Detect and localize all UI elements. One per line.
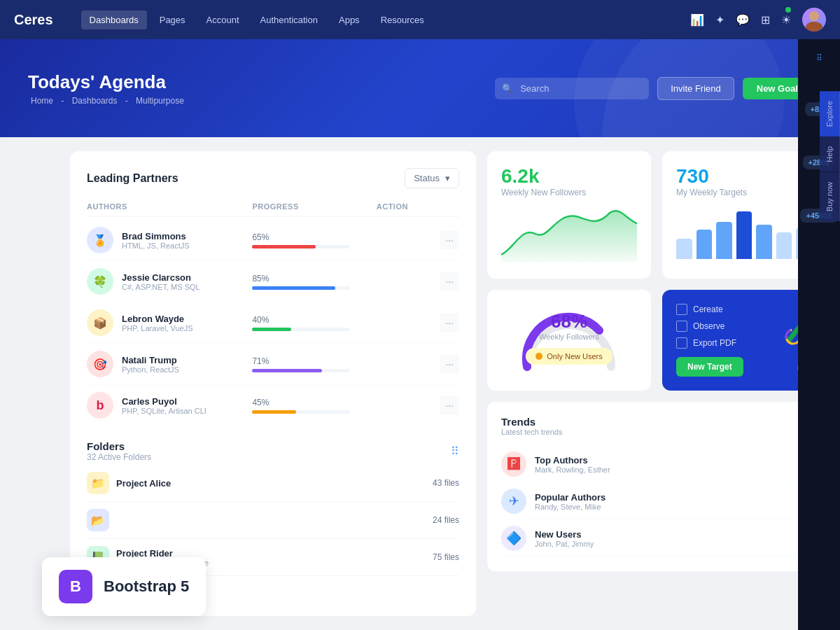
partner-skills-2: C#, ASP.NET, MS SQL [122, 283, 200, 291]
folder-icon-hidden: 📂 [87, 509, 109, 531]
partner-info-1: 🏅 Brad Simmons HTML, JS, ReactJS [87, 227, 252, 253]
brand-logo[interactable]: Ceres [14, 12, 53, 28]
middle-right-row: 68% Weekly Followers Only New Users Cere… [487, 290, 826, 391]
action-menu-button-5[interactable]: ··· [440, 396, 459, 415]
breadcrumb-home[interactable]: Home [31, 96, 53, 106]
left-panel: Leading Partners Status ▾ Authors Progre… [70, 151, 476, 616]
sparkle-icon[interactable]: ✦ [715, 13, 724, 27]
status-dropdown[interactable]: Status ▾ [405, 168, 459, 188]
folders-menu-icon[interactable]: ⠿ [451, 444, 459, 458]
partner-avatar-2: 🍀 [87, 268, 113, 295]
user-avatar[interactable] [802, 8, 826, 31]
partner-info-5: b Carles Puyol PHP, SQLite, Artisan CLI [87, 392, 252, 419]
partner-info-2: 🍀 Jessie Clarcson C#, ASP.NET, MS SQL [87, 268, 252, 295]
folder-row-hidden: 📂 24 files [87, 502, 459, 539]
partner-details-1: Brad Simmons HTML, JS, ReactJS [122, 231, 190, 250]
breadcrumb-multipurpose[interactable]: Multipurpose [136, 96, 184, 106]
action-menu-button-1[interactable]: ··· [440, 230, 459, 250]
folder-info-1: 📁 Project Alice [87, 472, 171, 494]
trend-icon-2: ✈ [501, 489, 526, 514]
progress-cell-2: 85% [252, 274, 376, 290]
nav-item-dashboards[interactable]: Dashboards [81, 10, 147, 29]
action-menu-button-4[interactable]: ··· [440, 354, 459, 374]
breadcrumb-sep1: - [61, 96, 64, 106]
invite-friend-button[interactable]: Invite Friend [657, 77, 734, 100]
progress-cell-5: 45% [252, 398, 376, 414]
side-tab-buynow[interactable]: Buy now [820, 172, 840, 221]
partner-skills-3: PHP, Laravel, VueJS [122, 324, 193, 332]
gauge-pct: 68% [539, 311, 599, 332]
bootstrap-overlay: B Bootstrap 5 [42, 557, 206, 616]
chart-icon[interactable]: 📊 [690, 13, 704, 27]
progress-bar-bg-3 [252, 328, 350, 331]
nav-item-authentication[interactable]: Authentication [252, 10, 326, 29]
table-row: b Carles Puyol PHP, SQLite, Artisan CLI … [87, 385, 459, 426]
action-menu-button-3[interactable]: ··· [440, 313, 459, 332]
partner-skills-4: Python, ReactJS [122, 365, 179, 374]
progress-bar-fill-2 [252, 286, 335, 290]
bootstrap-icon-letter: B [70, 578, 81, 596]
sun-icon[interactable]: ☀ [781, 13, 791, 27]
trend-row-1: 🅿 Top Authors Mark, Rowling, Esther [501, 446, 812, 483]
side-tabs: Explore Help Buy now [820, 91, 840, 221]
bootstrap-text: Bootstrap 5 [104, 578, 189, 596]
progress-bar-fill-5 [252, 410, 296, 414]
action-menu-button-2[interactable]: ··· [440, 272, 459, 291]
trend-name-3: New Users [535, 529, 594, 540]
breadcrumb: Home - Dashboards - Multipurpose [28, 96, 187, 106]
folder-files-hidden: 24 files [433, 515, 459, 525]
search-input[interactable] [495, 78, 649, 99]
header-actions: 🔍 Invite Friend New Goal [495, 77, 812, 100]
folder-files-2: 75 files [433, 552, 459, 562]
progress-pct-1: 65% [252, 232, 376, 242]
top-right-row: 6.2k Weekly New Followers 730 My Wee [487, 151, 826, 279]
partner-name-3: Lebron Wayde [122, 314, 193, 324]
progress-bar-bg-5 [252, 410, 350, 414]
grid-icon[interactable]: ⊞ [761, 13, 770, 27]
action-cell-1: ··· [377, 230, 459, 250]
trend-details-3: New Users John, Pat, Jimmy [535, 529, 594, 548]
trend-details-2: Popular Authors Randy, Steve, Mike [535, 492, 606, 511]
partner-name-1: Brad Simmons [122, 231, 190, 241]
side-tab-explore[interactable]: Explore [820, 91, 840, 136]
partner-skills-1: HTML, JS, ReactJS [122, 241, 190, 250]
only-new-users-text: Only New Users [547, 352, 602, 360]
partner-name-5: Carles Puyol [122, 396, 206, 407]
create-icon [676, 304, 687, 315]
table-row: 🎯 Natali Trump Python, ReactJS 71% ··· [87, 344, 459, 385]
action-cell-4: ··· [377, 354, 459, 374]
nav-item-pages[interactable]: Pages [151, 10, 194, 29]
trend-authors-3: John, Pat, Jimmy [535, 540, 594, 548]
nav-item-resources[interactable]: Resources [372, 10, 433, 29]
folders-title: Folders [87, 440, 151, 452]
new-target-button[interactable]: New Target [676, 357, 743, 377]
bootstrap-icon: B [59, 570, 92, 603]
bar-2 [696, 230, 713, 259]
nav-item-account[interactable]: Account [198, 10, 248, 29]
table-headers: Authors Progress Action [87, 202, 459, 217]
partner-skills-5: PHP, SQLite, Artisan CLI [122, 407, 206, 415]
partner-avatar-4: 🎯 [87, 351, 113, 377]
gauge-card: 68% Weekly Followers Only New Users [487, 290, 651, 391]
progress-bar-fill-3 [252, 328, 291, 331]
search-icon: 🔍 [502, 83, 513, 94]
side-tab-help[interactable]: Help [820, 136, 840, 172]
progress-pct-2: 85% [252, 274, 376, 284]
col-progress: Progress [252, 202, 376, 211]
partners-title: Leading Partners [87, 172, 178, 185]
folder-icon-1: 📁 [87, 472, 109, 494]
action-cell-2: ··· [377, 272, 459, 291]
progress-pct-5: 45% [252, 398, 376, 407]
chat-icon[interactable]: 💬 [736, 13, 750, 27]
folder-row-1: 📁 Project Alice 43 files [87, 465, 459, 502]
folder-files-1: 43 files [433, 478, 459, 488]
gauge-wrap: 68% Weekly Followers Only New Users [501, 304, 637, 365]
breadcrumb-dashboards[interactable]: Dashboards [72, 96, 118, 106]
table-row: 🍀 Jessie Clarcson C#, ASP.NET, MS SQL 85… [87, 261, 459, 302]
action-cell-3: ··· [377, 313, 459, 332]
nav-item-apps[interactable]: Apps [330, 10, 368, 29]
targets-bar-chart [676, 206, 812, 262]
export-label: Export PDF [693, 338, 736, 348]
observe-icon [676, 321, 687, 332]
online-indicator [785, 7, 791, 13]
